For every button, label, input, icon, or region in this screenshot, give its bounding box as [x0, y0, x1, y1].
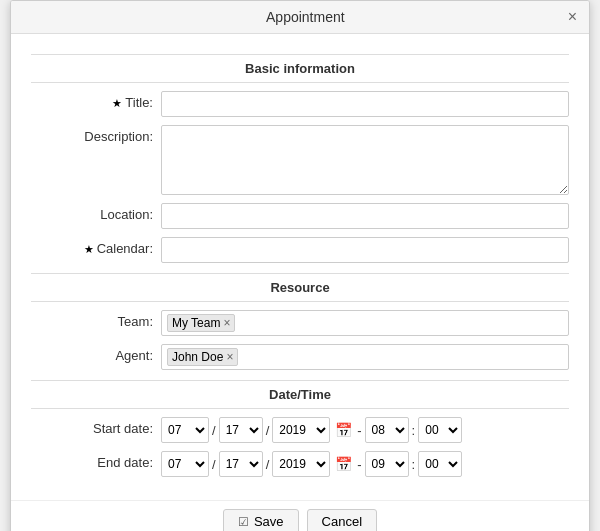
end-month-select[interactable]: 010203040506070809101112	[161, 451, 209, 477]
end-sep4: :	[412, 457, 416, 472]
location-label: Location:	[31, 203, 161, 222]
resource-section-header: Resource	[31, 273, 569, 302]
modal-footer: ☑ Save Cancel	[11, 500, 589, 531]
start-sep2: /	[266, 423, 270, 438]
end-hour-select[interactable]: 0001020304050607080910111213141516171819…	[365, 451, 409, 477]
end-sep1: /	[212, 457, 216, 472]
agent-row: Agent: John Doe ×	[31, 344, 569, 370]
calendar-row: ★ Calendar:	[31, 237, 569, 263]
title-label: ★ Title:	[31, 91, 161, 110]
title-required-star: ★	[112, 97, 125, 109]
calendar-input[interactable]	[161, 237, 569, 263]
team-row: Team: My Team ×	[31, 310, 569, 336]
start-date-row: Start date: 010203040506070809101112 / 0…	[31, 417, 569, 443]
start-calendar-icon[interactable]: 📅	[333, 422, 354, 438]
start-date-label: Start date:	[31, 417, 161, 436]
start-year-select[interactable]: 2018201920202021	[272, 417, 330, 443]
end-date-fields: 010203040506070809101112 / 0102030405060…	[161, 451, 569, 477]
start-sep3: -	[357, 423, 361, 438]
end-day-select[interactable]: 0102030405060708091011121314151617181920…	[219, 451, 263, 477]
start-month-select[interactable]: 010203040506070809101112	[161, 417, 209, 443]
end-year-select[interactable]: 2018201920202021	[272, 451, 330, 477]
start-date-fields: 010203040506070809101112 / 0102030405060…	[161, 417, 569, 443]
modal-body: Basic information ★ Title: Description: …	[11, 34, 589, 500]
team-label: Team:	[31, 310, 161, 329]
title-row: ★ Title:	[31, 91, 569, 117]
modal-title: Appointment	[43, 9, 568, 25]
start-minute-select[interactable]: 000510152025303540455055	[418, 417, 462, 443]
agent-tag: John Doe ×	[167, 348, 238, 366]
end-sep2: /	[266, 457, 270, 472]
team-tag-remove[interactable]: ×	[223, 317, 230, 329]
team-tag: My Team ×	[167, 314, 235, 332]
location-row: Location:	[31, 203, 569, 229]
appointment-modal: Appointment × Basic information ★ Title:…	[10, 0, 590, 531]
end-date-row: End date: 010203040506070809101112 / 010…	[31, 451, 569, 477]
close-button[interactable]: ×	[568, 9, 577, 25]
end-calendar-icon[interactable]: 📅	[333, 456, 354, 472]
calendar-label: ★ Calendar:	[31, 237, 161, 256]
save-check-icon: ☑	[238, 515, 249, 529]
end-date-label: End date:	[31, 451, 161, 470]
end-sep3: -	[357, 457, 361, 472]
team-tag-text: My Team	[172, 316, 220, 330]
description-row: Description:	[31, 125, 569, 195]
modal-header: Appointment ×	[11, 1, 589, 34]
calendar-required-star: ★	[84, 243, 97, 255]
start-sep1: /	[212, 423, 216, 438]
team-tag-input[interactable]: My Team ×	[161, 310, 569, 336]
start-sep4: :	[412, 423, 416, 438]
location-input[interactable]	[161, 203, 569, 229]
agent-tag-input[interactable]: John Doe ×	[161, 344, 569, 370]
description-input[interactable]	[161, 125, 569, 195]
agent-tag-text: John Doe	[172, 350, 223, 364]
end-minute-select[interactable]: 000510152025303540455055	[418, 451, 462, 477]
title-input[interactable]	[161, 91, 569, 117]
start-day-select[interactable]: 0102030405060708091011121314151617181920…	[219, 417, 263, 443]
save-button[interactable]: ☑ Save	[223, 509, 299, 531]
cancel-button[interactable]: Cancel	[307, 509, 377, 531]
save-label: Save	[254, 514, 284, 529]
agent-label: Agent:	[31, 344, 161, 363]
start-hour-select[interactable]: 0001020304050607080910111213141516171819…	[365, 417, 409, 443]
datetime-section-header: Date/Time	[31, 380, 569, 409]
agent-tag-remove[interactable]: ×	[226, 351, 233, 363]
description-label: Description:	[31, 125, 161, 144]
basic-info-section-header: Basic information	[31, 54, 569, 83]
